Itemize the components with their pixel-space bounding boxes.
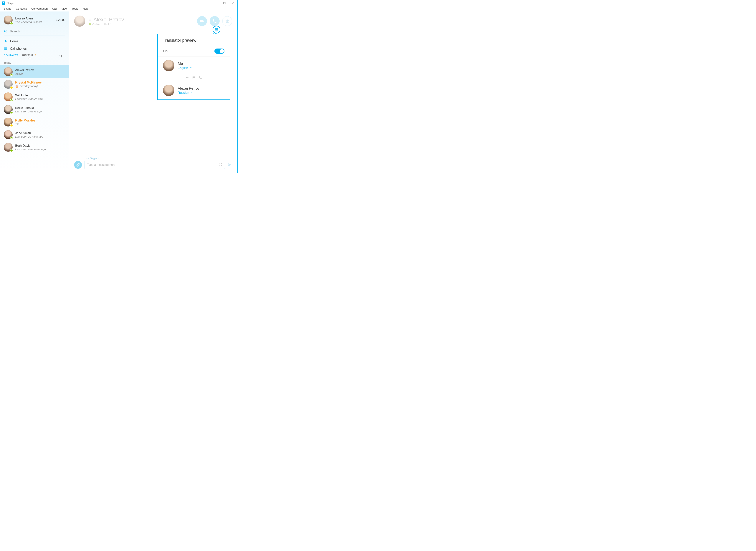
avatar bbox=[4, 143, 13, 152]
status-away-icon bbox=[10, 86, 13, 89]
contact-row[interactable]: Beth DavisLast seen a moment ago bbox=[0, 141, 69, 153]
svg-line-5 bbox=[6, 32, 7, 33]
favorite-star-icon[interactable]: ☆ bbox=[88, 18, 91, 22]
avatar bbox=[4, 92, 13, 101]
status-online-icon bbox=[10, 99, 13, 102]
menu-view[interactable]: View bbox=[59, 6, 69, 11]
menu-conversation[interactable]: Conversation bbox=[29, 6, 49, 11]
conversation-title: Alexei Petrov bbox=[93, 17, 124, 23]
svg-point-8 bbox=[6, 47, 7, 48]
attach-button[interactable] bbox=[74, 161, 82, 169]
profile-mood[interactable]: The weekend is here! bbox=[15, 20, 56, 24]
contact-subtitle: Last seen a moment ago bbox=[15, 148, 46, 151]
contact-subtitle-text: Birthday today! bbox=[19, 84, 38, 88]
contact-name: Beth Davis bbox=[15, 144, 46, 148]
window-title: Skype bbox=[7, 2, 14, 5]
tab-recent-badge: 2 bbox=[35, 54, 36, 57]
avatar bbox=[4, 118, 13, 126]
contact-subtitle: Last seen 20 mins ago bbox=[15, 135, 43, 138]
message-placeholder: Type a message here bbox=[87, 163, 115, 166]
translator-toggle-button[interactable] bbox=[213, 26, 220, 34]
add-participant-button[interactable] bbox=[222, 16, 232, 26]
contact-name: Krystal McKinney bbox=[15, 81, 42, 84]
svg-point-7 bbox=[5, 47, 6, 48]
contact-name: Jane Smith bbox=[15, 131, 43, 135]
contact-subtitle: 🎂Birthday today! bbox=[15, 84, 42, 88]
search-field[interactable]: Search bbox=[4, 28, 65, 36]
birthday-icon: 🎂 bbox=[15, 84, 19, 88]
contact-name: Keiko Tanaka bbox=[15, 106, 42, 110]
contact-subtitle-text: Last seen a moment ago bbox=[15, 148, 46, 151]
svg-point-12 bbox=[4, 49, 5, 50]
contact-subtitle-text: Last seen 2 days ago bbox=[15, 110, 42, 113]
contacts-list[interactable]: Alexei PetrovActiveKrystal McKinney🎂Birt… bbox=[0, 65, 69, 173]
conversation-mood: Hello! bbox=[104, 23, 111, 26]
send-button[interactable] bbox=[227, 162, 232, 167]
via-service: Skype bbox=[90, 157, 97, 160]
menu-contacts[interactable]: Contacts bbox=[14, 6, 29, 11]
avatar bbox=[4, 130, 13, 139]
minimize-button[interactable] bbox=[212, 1, 220, 6]
audio-call-button[interactable] bbox=[210, 16, 220, 26]
window-titlebar: S Skype bbox=[0, 0, 237, 6]
chevron-down-icon bbox=[63, 55, 65, 58]
section-today-label: Today bbox=[0, 59, 69, 65]
contact-row[interactable]: Will LittleLast seen 4 hours ago bbox=[0, 91, 69, 103]
tab-contacts[interactable]: CONTACTS bbox=[4, 54, 19, 59]
svg-point-13 bbox=[5, 49, 6, 50]
chevron-down-icon bbox=[191, 91, 193, 95]
translator-toggle-switch[interactable] bbox=[214, 48, 224, 54]
translator-me-language-select[interactable]: English bbox=[178, 66, 192, 70]
contact-name: Kelly Morales bbox=[15, 119, 36, 122]
avatar bbox=[163, 60, 175, 71]
menu-bar: Skype Contacts Conversation Call View To… bbox=[0, 6, 237, 11]
contact-name: Will Little bbox=[15, 93, 43, 97]
translator-person-them: Alexei Petrov Russian bbox=[158, 81, 230, 99]
contact-row[interactable]: Alexei PetrovActive bbox=[0, 65, 69, 78]
conversation-avatar[interactable] bbox=[74, 16, 85, 27]
conversation-body: Translator preview On Me English bbox=[69, 30, 237, 157]
menu-tools[interactable]: Tools bbox=[70, 6, 80, 11]
sidebar-item-call-phones[interactable]: Call phones bbox=[0, 45, 69, 52]
status-away-icon bbox=[10, 124, 13, 127]
translator-them-name: Alexei Petrov bbox=[178, 86, 200, 91]
maximize-button[interactable] bbox=[220, 1, 229, 6]
translator-them-language-select[interactable]: Russian bbox=[178, 91, 200, 95]
chevron-down-icon: ▾ bbox=[97, 157, 99, 160]
menu-help[interactable]: Help bbox=[81, 6, 90, 11]
contact-subtitle-text: Last seen 4 hours ago bbox=[15, 97, 43, 100]
chevron-down-icon bbox=[190, 66, 192, 70]
contact-row[interactable]: Krystal McKinney🎂Birthday today! bbox=[0, 78, 69, 91]
profile-block[interactable]: Louisa Cain The weekend is here! £23.00 bbox=[0, 11, 69, 27]
contact-row[interactable]: Keiko TanakaLast seen 2 days ago bbox=[0, 103, 69, 116]
svg-point-14 bbox=[6, 49, 7, 50]
profile-avatar[interactable] bbox=[4, 16, 13, 24]
svg-point-11 bbox=[6, 48, 7, 49]
translator-popover: Translator preview On Me English bbox=[157, 34, 230, 100]
message-input[interactable]: Type a message here bbox=[84, 161, 225, 169]
menu-call[interactable]: Call bbox=[50, 6, 59, 11]
chat-icon bbox=[192, 76, 195, 80]
sidebar-item-label: Call phones bbox=[10, 47, 27, 51]
contact-row[interactable]: Jane SmithLast seen 20 mins ago bbox=[0, 128, 69, 141]
status-online-icon bbox=[88, 23, 91, 25]
avatar bbox=[4, 80, 13, 89]
menu-skype[interactable]: Skype bbox=[2, 6, 13, 11]
status-online-icon bbox=[10, 111, 13, 114]
close-button[interactable] bbox=[229, 1, 237, 6]
video-call-button[interactable] bbox=[197, 16, 207, 26]
contact-subtitle: Last seen 2 days ago bbox=[15, 110, 42, 113]
contacts-filter[interactable]: All bbox=[58, 55, 65, 58]
skype-credit[interactable]: £23.00 bbox=[56, 18, 65, 22]
search-label: Search bbox=[10, 30, 20, 33]
contact-row[interactable]: Kelly MoralesYO bbox=[0, 116, 69, 128]
svg-rect-1 bbox=[224, 2, 225, 4]
contact-subtitle: Last seen 4 hours ago bbox=[15, 97, 43, 100]
via-label[interactable]: via Skype ▾ bbox=[86, 157, 232, 160]
via-prefix: via bbox=[86, 157, 90, 160]
sidebar-item-home[interactable]: Home bbox=[0, 38, 69, 45]
emoji-button[interactable] bbox=[218, 162, 222, 167]
translator-me-language: English bbox=[178, 66, 188, 70]
svg-point-16 bbox=[219, 163, 222, 166]
contact-subtitle-text: YO bbox=[15, 122, 19, 125]
